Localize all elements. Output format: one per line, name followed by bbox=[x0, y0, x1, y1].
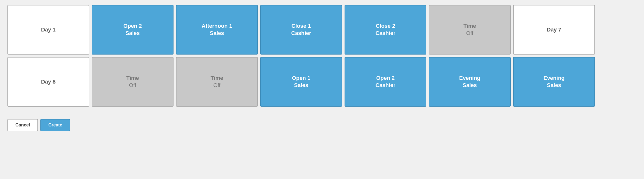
cell-row0-col5-line2: Off bbox=[466, 30, 474, 37]
cell-row0-col6[interactable]: Day 7 bbox=[513, 5, 595, 54]
grid-row-1: Day 8TimeOffTimeOffOpen 1SalesOpen 2Cash… bbox=[8, 57, 636, 106]
cell-row0-col2-line1: Afternoon 1 bbox=[202, 22, 232, 30]
cell-row1-col5-line2: Sales bbox=[462, 82, 477, 89]
cell-row0-col4-line1: Close 2 bbox=[376, 22, 395, 30]
cell-row1-col6[interactable]: EveningSales bbox=[513, 57, 595, 106]
cell-row1-col6-line2: Sales bbox=[547, 82, 561, 89]
cell-row0-col3-line2: Cashier bbox=[291, 30, 311, 37]
cell-row1-col4[interactable]: Open 2Cashier bbox=[344, 57, 426, 106]
cell-row1-col6-line1: Evening bbox=[543, 74, 565, 82]
cell-row0-col5[interactable]: TimeOff bbox=[429, 5, 511, 54]
footer-buttons: Cancel Create bbox=[8, 119, 636, 131]
cell-row0-col5-line1: Time bbox=[464, 22, 476, 30]
cell-row0-col1-line2: Sales bbox=[126, 30, 140, 37]
cell-row1-col5[interactable]: EveningSales bbox=[429, 57, 511, 106]
cell-row1-col0[interactable]: Day 8 bbox=[8, 57, 89, 106]
cell-row1-col5-line1: Evening bbox=[459, 74, 480, 82]
cell-row1-col2[interactable]: TimeOff bbox=[176, 57, 258, 106]
schedule-grid: Day 1Open 2SalesAfternoon 1SalesClose 1C… bbox=[8, 5, 636, 106]
create-button[interactable]: Create bbox=[40, 119, 70, 131]
grid-row-0: Day 1Open 2SalesAfternoon 1SalesClose 1C… bbox=[8, 5, 636, 54]
cell-row0-col3-line1: Close 1 bbox=[292, 22, 311, 30]
cell-row1-col4-line1: Open 2 bbox=[376, 74, 395, 82]
cell-row1-col3-line1: Open 1 bbox=[292, 74, 310, 82]
cell-row0-col4-line2: Cashier bbox=[376, 30, 396, 37]
cell-row0-col1-line1: Open 2 bbox=[124, 22, 142, 30]
cell-row0-col1[interactable]: Open 2Sales bbox=[92, 5, 174, 54]
cell-row0-col3[interactable]: Close 1Cashier bbox=[260, 5, 342, 54]
cell-row0-col0-line1: Day 1 bbox=[41, 26, 56, 34]
cell-row1-col1-line2: Off bbox=[129, 82, 136, 89]
cell-row1-col1[interactable]: TimeOff bbox=[92, 57, 174, 106]
cell-row1-col3-line2: Sales bbox=[294, 82, 308, 89]
cell-row0-col4[interactable]: Close 2Cashier bbox=[344, 5, 426, 54]
cell-row1-col1-line1: Time bbox=[126, 74, 139, 82]
cell-row0-col2-line2: Sales bbox=[210, 30, 224, 37]
cell-row1-col4-line2: Cashier bbox=[376, 82, 396, 89]
cell-row1-col0-line1: Day 8 bbox=[41, 78, 56, 86]
cancel-button[interactable]: Cancel bbox=[8, 119, 38, 131]
cell-row1-col3[interactable]: Open 1Sales bbox=[260, 57, 342, 106]
cell-row0-col0[interactable]: Day 1 bbox=[8, 5, 89, 54]
cell-row1-col2-line2: Off bbox=[214, 82, 220, 89]
cell-row1-col2-line1: Time bbox=[211, 74, 223, 82]
cell-row0-col6-line1: Day 7 bbox=[547, 26, 562, 34]
cell-row0-col2[interactable]: Afternoon 1Sales bbox=[176, 5, 258, 54]
